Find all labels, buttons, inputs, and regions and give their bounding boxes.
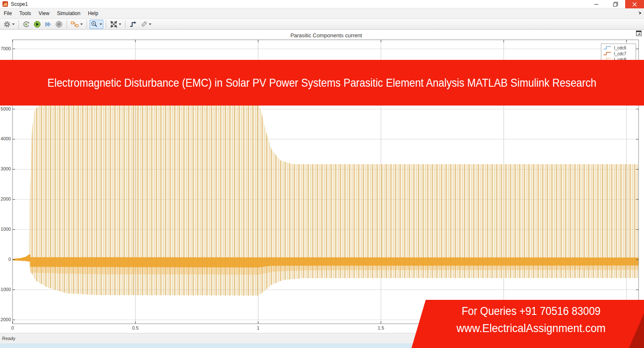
y-tick-label: 0 <box>0 257 11 262</box>
toolbar-separator <box>18 20 19 28</box>
link-to-model-icon <box>23 21 30 28</box>
menu-item-tools[interactable]: Tools <box>15 9 35 18</box>
highlight-signal-button[interactable] <box>69 20 84 29</box>
zoom-button[interactable] <box>89 20 103 29</box>
toolbar-separator <box>106 20 106 28</box>
legend-label: I_cdc6 <box>614 46 626 50</box>
website-url-text: www.ElectricalAssignment.com <box>439 322 624 335</box>
legend-item-I_cdc7[interactable]: I_cdc7 <box>603 51 634 57</box>
dropdown-caret-icon <box>100 23 102 25</box>
gear-icon <box>3 21 11 28</box>
dropdown-caret-icon <box>149 23 151 25</box>
toolbar <box>0 18 644 30</box>
bottom-banner-text: For Queries +91 70516 83009 www.Electric… <box>431 305 631 335</box>
stop-button[interactable] <box>54 20 64 29</box>
window-titlebar[interactable]: Scope1 <box>0 0 644 8</box>
menu-item-help[interactable]: Help <box>84 9 102 18</box>
windows-taskbar[interactable] <box>0 343 644 348</box>
top-promo-banner: Electromagnetic Disturbance (EMC) in Sol… <box>0 60 644 106</box>
legend-line-icon <box>603 45 611 50</box>
step-forward-button[interactable] <box>43 20 53 29</box>
dropdown-caret-icon <box>80 23 83 25</box>
plot-canvas[interactable] <box>0 0 644 348</box>
minimize-button[interactable] <box>587 0 606 8</box>
y-tick-label: 7000 <box>0 46 11 51</box>
zoom-icon <box>91 21 98 28</box>
dropdown-caret-icon <box>119 23 121 25</box>
run-icon <box>33 21 41 28</box>
toolbar-separator <box>87 20 87 28</box>
top-promo-banner-text: Electromagnetic Disturbance (EMC) in Sol… <box>48 76 597 90</box>
y-tick-label: 4000 <box>0 136 11 141</box>
menu-item-view[interactable]: View <box>35 9 53 18</box>
y-tick-label: 2000 <box>0 196 11 201</box>
matlab-app-icon <box>3 1 8 7</box>
fit-to-view-button[interactable] <box>109 20 123 29</box>
menu-overflow-arrow[interactable] <box>637 10 642 15</box>
legend-line-icon <box>603 51 611 56</box>
legend-label: I_cdc7 <box>614 52 626 56</box>
status-text: Ready <box>2 336 15 341</box>
settings-gear-button[interactable] <box>2 20 16 29</box>
dock-icon[interactable] <box>636 31 641 36</box>
chart-title: Parasitic Components current <box>222 32 431 39</box>
toolbar-separator <box>66 20 67 28</box>
menu-bar: File Tools View Simulation Help <box>0 8 644 18</box>
stop-icon <box>55 21 63 28</box>
annotate-pen-icon <box>140 21 148 28</box>
step-forward-icon <box>44 21 52 28</box>
x-tick-label: 0.5 <box>127 325 144 330</box>
y-tick-label: 1000 <box>0 227 11 232</box>
menu-item-simulation[interactable]: Simulation <box>53 9 84 18</box>
x-tick-label: 1 <box>250 325 266 330</box>
y-tick-label: -2000 <box>0 317 11 322</box>
link-to-model-button[interactable] <box>21 20 31 29</box>
legend-item-I_cdc6[interactable]: I_cdc6 <box>603 45 634 51</box>
run-button[interactable] <box>32 20 42 29</box>
menu-item-file[interactable]: File <box>0 9 15 18</box>
trigger-icon <box>129 21 137 28</box>
close-button[interactable] <box>625 0 644 8</box>
y-tick-label: 5000 <box>0 106 11 111</box>
scope-window: Parasitic Components current 00.511.522.… <box>0 0 644 348</box>
fit-to-view-icon <box>110 21 118 28</box>
series-I_cdc7-startup <box>13 254 31 262</box>
restore-button[interactable] <box>606 0 625 8</box>
window-title: Scope1 <box>11 1 28 7</box>
y-tick-label: 3000 <box>0 166 11 171</box>
highlight-signal-icon <box>71 21 79 28</box>
annotate-button[interactable] <box>139 20 153 29</box>
x-tick-label: 0 <box>4 325 21 330</box>
toolbar-separator <box>125 20 125 28</box>
queries-phone-text: For Queries +91 70516 83009 <box>439 305 624 318</box>
y-tick-label: -1000 <box>0 287 11 292</box>
dropdown-caret-icon <box>12 23 15 25</box>
waveforms <box>13 105 639 296</box>
x-tick-label: 1.5 <box>373 325 389 330</box>
trigger-button[interactable] <box>128 20 138 29</box>
